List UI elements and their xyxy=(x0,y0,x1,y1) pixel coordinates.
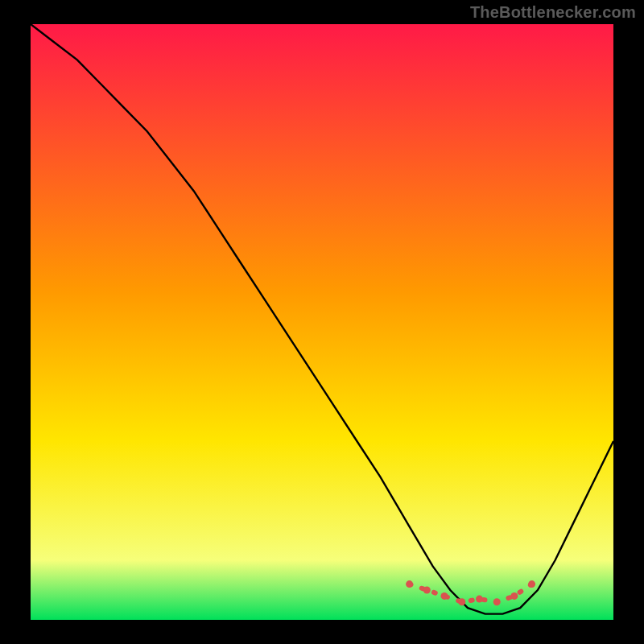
gradient-background xyxy=(31,24,613,620)
bottleneck-chart xyxy=(31,24,613,620)
optimal-point xyxy=(458,598,465,605)
optimal-point xyxy=(510,592,518,600)
optimal-point xyxy=(476,596,483,603)
optimal-point xyxy=(528,580,535,588)
chart-svg xyxy=(31,24,613,620)
optimal-point xyxy=(423,587,431,594)
optimal-point xyxy=(493,598,501,605)
watermark-text: TheBottlenecker.com xyxy=(470,3,636,22)
optimal-point xyxy=(441,592,448,600)
optimal-point xyxy=(406,580,413,588)
